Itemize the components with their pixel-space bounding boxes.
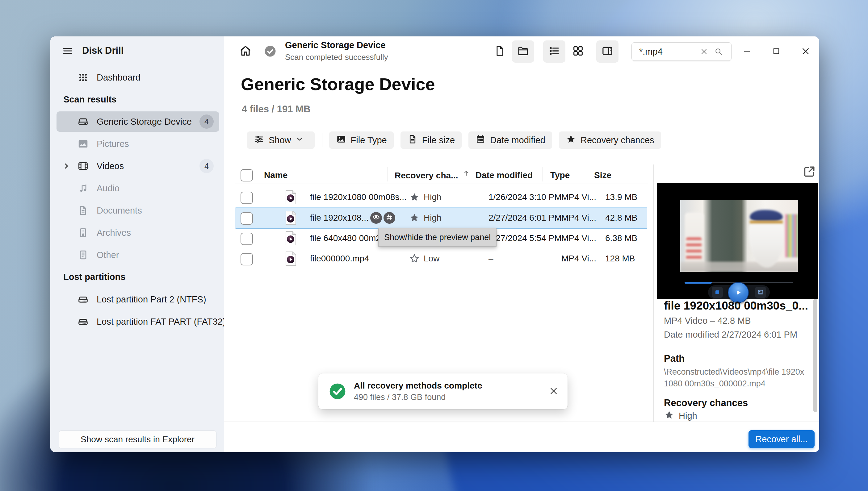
file-type-filter-button[interactable]: File Type <box>329 132 394 149</box>
date-modified: 2/27/2024 6:01 PM <box>488 208 562 228</box>
show-filter-label: Show <box>269 135 291 145</box>
folder-view-button[interactable] <box>512 40 534 63</box>
chevron-right-icon[interactable] <box>62 162 71 170</box>
stop-button[interactable] <box>712 287 723 298</box>
column-header-size[interactable]: Size <box>594 169 611 181</box>
home-button[interactable] <box>239 44 253 59</box>
column-divider <box>468 167 468 181</box>
dashboard-grid-icon <box>78 72 89 83</box>
preview-eye-badge <box>370 212 382 224</box>
sidebar-item-label: Generic Storage Device <box>96 111 192 132</box>
grid-view-button[interactable] <box>567 40 589 63</box>
recovery-chance: High <box>424 187 442 207</box>
files-summary: 4 files / 191 MB <box>242 104 310 115</box>
other-file-icon <box>78 249 89 260</box>
table-row[interactable]: file000000.mp4 Low – MP4 Vi... 128 MB <box>235 249 647 269</box>
recovery-chances-filter-button[interactable]: Recovery chances <box>559 132 661 149</box>
document-icon <box>78 205 89 216</box>
thumbnail-pitcher-gold-stripe <box>750 221 783 224</box>
sidebar-item-archives[interactable]: Archives <box>57 223 219 243</box>
select-all-checkbox[interactable] <box>241 169 253 181</box>
show-filter-button[interactable]: Show <box>247 132 315 149</box>
preview-panel-toggle-button[interactable] <box>596 40 618 63</box>
checkbox <box>241 169 253 181</box>
search-box <box>632 42 731 61</box>
column-divider <box>587 167 587 181</box>
preview-file-name: file 1920x1080 00m30s_0... <box>664 299 809 312</box>
open-external-button[interactable] <box>803 165 816 180</box>
preview-path-label: Path <box>664 353 684 364</box>
file-name: file 1920x108... <box>310 208 369 228</box>
file-size-filter-button[interactable]: File size <box>400 132 461 149</box>
lost-partitions-header: Lost partitions <box>63 272 125 282</box>
list-view-button[interactable] <box>543 40 565 63</box>
sidebar-item-label: Dashboard <box>96 67 140 88</box>
archive-zip-icon <box>78 227 89 238</box>
star-outline-icon <box>409 253 420 265</box>
column-header-type[interactable]: Type <box>550 169 570 181</box>
sidebar-item-videos[interactable]: Videos 4 <box>57 156 219 176</box>
row-checkbox[interactable] <box>241 233 253 245</box>
column-header-name[interactable]: Name <box>264 169 287 181</box>
date-modified: 1/26/2024 3:10 PM <box>488 187 562 207</box>
sidebar-item-pictures[interactable]: Pictures <box>57 134 219 154</box>
show-scan-results-in-explorer-button[interactable]: Show scan results in Explorer <box>59 431 217 449</box>
table-row-selected[interactable]: file 1920x108... High 2/27/2024 6:01 PM … <box>235 207 647 229</box>
sidebar-item-audio[interactable]: Audio <box>57 178 219 198</box>
sidebar-item-generic-storage-device[interactable]: Generic Storage Device 4 <box>57 111 219 132</box>
lost-partition-drive-icon <box>78 316 89 327</box>
column-header-date-modified[interactable]: Date modified <box>476 169 533 181</box>
video-file-icon <box>285 210 297 225</box>
close-button[interactable] <box>796 41 815 61</box>
audio-note-icon <box>78 183 89 194</box>
pictures-icon <box>78 138 89 149</box>
date-modified-filter-button[interactable]: Date modified <box>469 132 552 149</box>
toast-subtitle: 490 files / 37.8 GB found <box>354 393 446 402</box>
minimize-button[interactable] <box>737 41 757 61</box>
video-thumbnail <box>680 200 798 272</box>
table-row[interactable]: file 1920x1080 00m08s... High 1/26/2024 … <box>235 187 647 207</box>
eye-icon <box>372 213 380 223</box>
sidebar-item-other[interactable]: Other <box>57 245 219 265</box>
file-name: file000000.mp4 <box>310 249 369 269</box>
column-header-recovery[interactable]: Recovery cha... <box>395 169 470 182</box>
toast-notification: All recovery methods complete 490 files … <box>318 373 567 409</box>
header-scan-status: Scan completed successfully <box>285 53 388 62</box>
recover-all-button[interactable]: Recover all... <box>749 430 815 448</box>
hash-badge <box>384 212 395 224</box>
search-input[interactable] <box>639 45 698 59</box>
preview-recovery-value-row: High <box>664 410 697 422</box>
clear-search-icon[interactable] <box>700 47 708 57</box>
preview-date-modified: Date modified 2/27/2024 6:01 PM <box>664 329 797 340</box>
videos-film-icon <box>78 161 89 172</box>
frame-capture-button[interactable] <box>755 287 766 298</box>
date-modified: 2/27/2024 5:54 PM <box>488 228 562 249</box>
sidebar-item-label: Other <box>96 245 119 265</box>
row-checkbox[interactable] <box>241 212 253 225</box>
sidebar-item-documents[interactable]: Documents <box>57 200 219 221</box>
sidebar-item-dashboard[interactable]: Dashboard <box>57 67 219 88</box>
list-view-icon <box>548 45 560 58</box>
preview-panel-divider <box>653 165 654 422</box>
hard-drive-icon <box>78 116 89 127</box>
file-view-button[interactable] <box>489 40 511 63</box>
toast-close-icon[interactable] <box>549 386 559 398</box>
date-modified: – <box>488 249 494 269</box>
sliders-icon <box>254 134 269 147</box>
sidebar-item-label: Pictures <box>96 134 129 154</box>
sidebar-item-lost-partition-fat32[interactable]: Lost partition FAT PART (FAT32) <box>57 311 219 332</box>
row-checkbox[interactable] <box>241 192 253 204</box>
recovery-chance: High <box>424 208 442 228</box>
sidebar: Disk Drill Dashboard Scan results Generi… <box>50 36 224 452</box>
search-icon[interactable] <box>714 47 723 57</box>
footer-divider <box>224 422 819 422</box>
hamburger-menu-button[interactable] <box>61 45 75 57</box>
main-panel: Generic Storage Device Scan completed su… <box>224 36 819 452</box>
sidebar-item-lost-partition-ntfs[interactable]: Lost partition Part 2 (NTFS) <box>57 289 219 310</box>
maximize-button[interactable] <box>766 41 786 61</box>
scan-results-header: Scan results <box>63 94 116 105</box>
preview-scrollbar[interactable] <box>813 299 817 412</box>
row-checkbox[interactable] <box>241 253 253 265</box>
success-check-icon <box>329 382 346 402</box>
sidebar-item-label: Audio <box>96 178 119 198</box>
